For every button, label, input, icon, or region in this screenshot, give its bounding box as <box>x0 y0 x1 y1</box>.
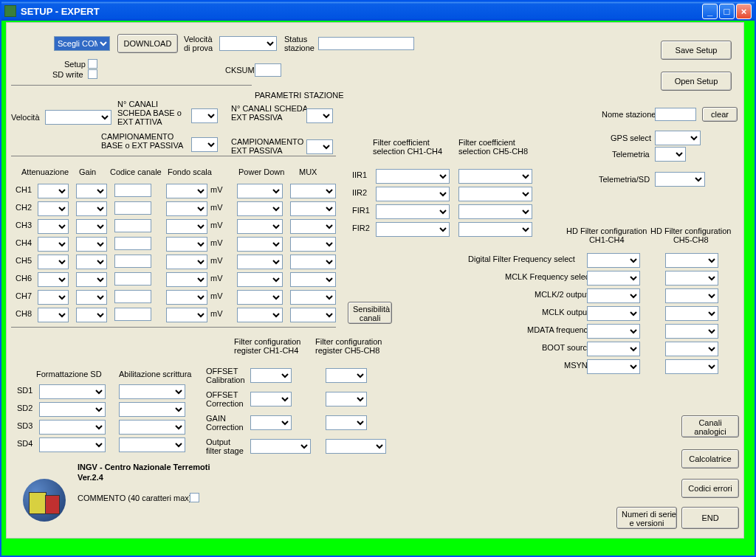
mux-0-select[interactable] <box>290 184 336 198</box>
iirfir-58-1-select[interactable] <box>458 187 532 201</box>
hd-14-4-select[interactable] <box>587 324 640 339</box>
mux-7-select[interactable] <box>290 308 336 322</box>
iirfir-14-0-select[interactable] <box>376 169 450 184</box>
fondo-3-select[interactable] <box>166 237 207 252</box>
iirfir-14-3-select[interactable] <box>376 222 450 237</box>
atten-7-select[interactable] <box>38 308 69 322</box>
status-stazione-input[interactable] <box>318 37 414 50</box>
velocita-prova-select[interactable] <box>219 36 277 51</box>
cksum-input[interactable] <box>255 63 281 77</box>
sd-write-1-select[interactable] <box>119 402 185 417</box>
fondo-1-select[interactable] <box>166 201 207 216</box>
offset-cor-14-select[interactable] <box>250 392 292 406</box>
gain-7-select[interactable] <box>76 308 107 322</box>
campionamento-base-select[interactable] <box>191 137 218 152</box>
codice-3-input[interactable] <box>114 237 151 250</box>
powerdown-4-select[interactable] <box>237 255 283 269</box>
close-button[interactable]: × <box>736 4 752 19</box>
telemetria-sd-select[interactable] <box>655 172 705 187</box>
ncanali-ext-select[interactable] <box>306 108 333 123</box>
codice-5-input[interactable] <box>114 272 151 286</box>
maximize-button[interactable]: □ <box>719 4 735 19</box>
mux-4-select[interactable] <box>290 255 336 269</box>
gain-1-select[interactable] <box>76 201 107 216</box>
campionamento-ext-select[interactable] <box>306 139 333 154</box>
hd-58-2-select[interactable] <box>665 288 718 303</box>
atten-2-select[interactable] <box>38 219 69 234</box>
hd-14-5-select[interactable] <box>587 342 640 356</box>
powerdown-1-select[interactable] <box>237 201 283 216</box>
output-filter-58-select[interactable] <box>326 439 386 454</box>
codice-1-input[interactable] <box>114 201 151 215</box>
canali-analogici-button[interactable]: Canali analogici <box>681 415 739 437</box>
powerdown-5-select[interactable] <box>237 272 283 287</box>
offset-cal-58-select[interactable] <box>326 368 367 383</box>
iirfir-58-2-select[interactable] <box>458 204 532 219</box>
sd-format-3-select[interactable] <box>39 437 106 452</box>
atten-0-select[interactable] <box>38 184 69 198</box>
hd-58-4-select[interactable] <box>665 324 718 339</box>
codice-2-input[interactable] <box>114 219 151 232</box>
iirfir-58-3-select[interactable] <box>458 222 532 237</box>
fondo-5-select[interactable] <box>166 272 207 287</box>
save-setup-button[interactable]: Save Setup <box>661 41 732 60</box>
mux-2-select[interactable] <box>290 219 336 234</box>
end-button[interactable]: END <box>681 507 739 529</box>
iirfir-58-0-select[interactable] <box>458 169 532 184</box>
open-setup-button[interactable]: Open Setup <box>661 72 732 91</box>
mux-5-select[interactable] <box>290 272 336 287</box>
powerdown-7-select[interactable] <box>237 308 283 322</box>
powerdown-3-select[interactable] <box>237 237 283 252</box>
hd-58-5-select[interactable] <box>665 342 718 356</box>
commento-checkbox[interactable] <box>190 493 199 502</box>
codice-7-input[interactable] <box>114 308 151 321</box>
atten-3-select[interactable] <box>38 237 69 252</box>
atten-1-select[interactable] <box>38 201 69 216</box>
nome-stazione-input[interactable] <box>655 108 696 121</box>
gain-5-select[interactable] <box>76 272 107 287</box>
mux-3-select[interactable] <box>290 237 336 252</box>
hd-58-6-select[interactable] <box>665 359 718 374</box>
output-filter-14-select[interactable] <box>250 439 311 454</box>
clear-button[interactable]: clear <box>702 107 738 122</box>
hd-58-1-select[interactable] <box>665 271 718 286</box>
codice-4-input[interactable] <box>114 255 151 268</box>
gain-3-select[interactable] <box>76 237 107 252</box>
powerdown-2-select[interactable] <box>237 219 283 234</box>
scegli-com-select[interactable]: Scegli COM <box>54 36 110 51</box>
velocita-select[interactable] <box>45 110 111 125</box>
hd-14-0-select[interactable] <box>587 253 640 268</box>
hd-58-3-select[interactable] <box>665 306 718 321</box>
atten-6-select[interactable] <box>38 290 69 305</box>
offset-cor-58-select[interactable] <box>326 392 367 406</box>
fondo-7-select[interactable] <box>166 308 207 322</box>
gain-cor-14-select[interactable] <box>250 415 292 430</box>
sd-format-1-select[interactable] <box>39 402 106 417</box>
sd-write-0-select[interactable] <box>119 384 185 399</box>
gps-select[interactable] <box>655 131 701 145</box>
gain-6-select[interactable] <box>76 290 107 305</box>
fondo-0-select[interactable] <box>166 184 207 198</box>
sensibilita-canali-button[interactable]: Sensibilità canali <box>348 302 392 324</box>
hd-14-1-select[interactable] <box>587 271 640 286</box>
gain-cor-58-select[interactable] <box>326 415 367 430</box>
iirfir-14-1-select[interactable] <box>376 187 450 201</box>
sd-write-2-select[interactable] <box>119 420 185 435</box>
sdwrite-checkbox[interactable] <box>88 69 97 79</box>
numeri-serie-button[interactable]: Numeri di serie e versioni <box>616 507 677 529</box>
codice-0-input[interactable] <box>114 184 151 197</box>
fondo-6-select[interactable] <box>166 290 207 305</box>
offset-cal-14-select[interactable] <box>250 368 292 383</box>
sd-format-0-select[interactable] <box>39 384 106 399</box>
mux-1-select[interactable] <box>290 201 336 216</box>
hd-58-0-select[interactable] <box>665 253 718 268</box>
gain-0-select[interactable] <box>76 184 107 198</box>
hd-14-3-select[interactable] <box>587 306 640 321</box>
codici-errori-button[interactable]: Codici errori <box>681 479 739 498</box>
setup-checkbox[interactable] <box>88 59 97 69</box>
fondo-2-select[interactable] <box>166 219 207 234</box>
sd-format-2-select[interactable] <box>39 420 106 435</box>
sd-write-3-select[interactable] <box>119 437 185 452</box>
powerdown-0-select[interactable] <box>237 184 283 198</box>
ncanali-base-select[interactable] <box>191 108 218 123</box>
